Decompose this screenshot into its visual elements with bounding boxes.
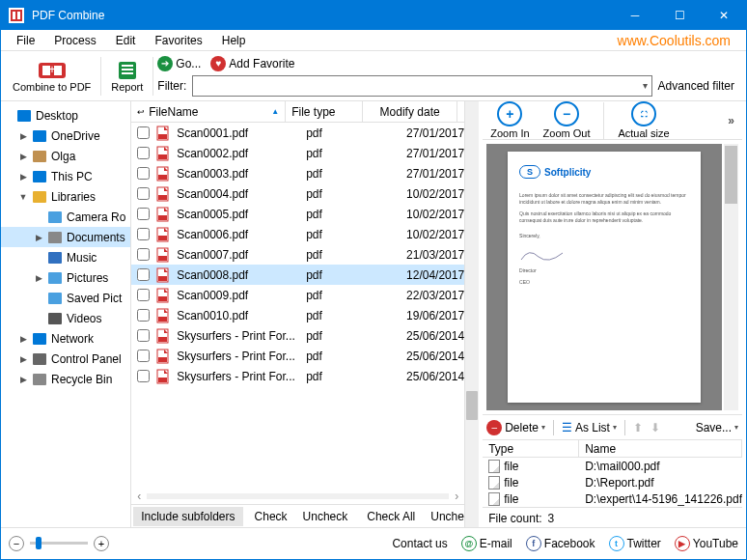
menu-edit[interactable]: Edit (106, 32, 146, 49)
queue-row[interactable]: fileD:\mail000.pdf (483, 458, 742, 474)
expand-icon[interactable]: ▶ (18, 375, 28, 384)
menu-process[interactable]: Process (44, 32, 105, 49)
file-checkbox[interactable] (137, 208, 150, 220)
file-row[interactable]: Skysurfers - Print For...pdf25/06/2014 (131, 325, 464, 346)
file-row[interactable]: Scan0008.pdfpdf12/04/2017 (131, 265, 464, 285)
expand-icon[interactable]: ▶ (18, 152, 28, 161)
go-button[interactable]: ➔Go... (157, 56, 201, 71)
tree-item-libraries[interactable]: ▼Libraries (1, 186, 130, 207)
tree-item-this-pc[interactable]: ▶This PC (1, 166, 130, 186)
expand-icon[interactable]: ▶ (18, 172, 28, 182)
zoom-minus-icon[interactable]: − (9, 536, 24, 551)
minimize-button[interactable]: ─ (613, 1, 657, 30)
file-checkbox[interactable] (137, 350, 150, 362)
queue-row[interactable]: fileD:\Report.pdf (483, 474, 742, 490)
file-checkbox[interactable] (137, 187, 150, 200)
advanced-filter-link[interactable]: Advanced filter (658, 79, 740, 93)
add-favorite-button[interactable]: ♥Add Favorite (210, 56, 294, 71)
queue-col-type[interactable]: Type (483, 440, 579, 457)
file-row[interactable]: Scan0001.pdfpdf27/01/2017 (131, 123, 464, 143)
expand-icon[interactable]: ▶ (34, 273, 43, 283)
file-row[interactable]: Scan0006.pdfpdf10/02/2017 (131, 224, 464, 244)
tree-item-videos[interactable]: Videos (1, 308, 130, 328)
expand-icon[interactable]: ▶ (18, 354, 28, 364)
chevron-down-icon[interactable]: ▾ (643, 80, 648, 91)
tree-item-control-panel[interactable]: ▶Control Panel (1, 349, 130, 369)
actual-size-button[interactable]: ⛶Actual size (618, 101, 669, 139)
brand-link[interactable]: www.Coolutils.com (608, 31, 740, 50)
zoom-plus-icon[interactable]: + (94, 536, 109, 551)
tree-item-camera-ro[interactable]: Camera Ro (1, 207, 130, 227)
down-icon[interactable]: ⬇ (650, 421, 660, 434)
file-checkbox[interactable] (137, 268, 150, 281)
column-modifydate[interactable]: Modify date (363, 101, 457, 122)
uncheck-button[interactable]: Uncheck (295, 507, 356, 526)
email-link[interactable]: @E-mail (461, 536, 512, 551)
file-checkbox[interactable] (137, 289, 150, 301)
combine-button[interactable]: + Combine to PDF (7, 60, 97, 93)
file-row[interactable]: Scan0003.pdfpdf27/01/2017 (131, 163, 464, 183)
titlebar[interactable]: PDF Combine ─ ☐ ✕ (1, 1, 746, 30)
tree-item-recycle-bin[interactable]: ▶Recycle Bin (1, 369, 130, 389)
up-icon[interactable]: ⬆ (633, 421, 643, 434)
expand-icon[interactable]: ▶ (18, 131, 28, 141)
tree-item-onedrive[interactable]: ▶OneDrive (1, 126, 130, 146)
include-subfolders-button[interactable]: Include subfolders (133, 507, 242, 526)
file-row[interactable]: Scan0005.pdfpdf10/02/2017 (131, 204, 464, 224)
file-row[interactable]: Skysurfers - Print For...pdf25/06/2014 (131, 346, 464, 366)
file-checkbox[interactable] (137, 167, 150, 180)
tree-item-desktop[interactable]: Desktop (1, 105, 130, 126)
file-row[interactable]: Scan0007.pdfpdf21/03/2017 (131, 244, 464, 265)
expand-icon[interactable]: ▶ (34, 233, 43, 242)
file-checkbox[interactable] (137, 309, 150, 322)
close-button[interactable]: ✕ (702, 1, 746, 30)
expand-icon[interactable]: ▼ (18, 192, 28, 202)
column-filetype[interactable]: File type (286, 101, 363, 122)
tree-item-music[interactable]: Music (1, 247, 130, 267)
maximize-button[interactable]: ☐ (657, 1, 702, 30)
tree-item-documents[interactable]: ▶Documents (1, 227, 130, 247)
queue-col-name[interactable]: Name (579, 440, 742, 457)
twitter-link[interactable]: tTwitter (609, 536, 661, 551)
queue-row[interactable]: fileD:\expert\14-5196_141226.pdf (483, 490, 742, 507)
column-filename[interactable]: ↩FileName▲ (131, 101, 286, 122)
as-list-button[interactable]: ☰As List▾ (562, 421, 617, 434)
youtube-link[interactable]: ▶YouTube (675, 536, 738, 551)
zoom-track[interactable] (30, 542, 88, 545)
tree-item-olga[interactable]: ▶Olga (1, 146, 130, 166)
file-row[interactable]: Scan0010.pdfpdf19/06/2017 (131, 305, 464, 325)
preview-vscrollbar[interactable] (724, 144, 738, 410)
expand-icon[interactable]: ▶ (18, 334, 28, 344)
facebook-link[interactable]: fFacebook (526, 536, 595, 551)
tree-item-saved-pict[interactable]: Saved Pict (1, 288, 130, 308)
delete-button[interactable]: –Delete▾ (486, 420, 545, 435)
file-row[interactable]: Scan0004.pdfpdf10/02/2017 (131, 183, 464, 204)
file-row[interactable]: Skysurfers - Print For...pdf25/06/2014 (131, 366, 464, 386)
filter-input[interactable]: ▾ (192, 75, 651, 97)
more-icon[interactable]: » (728, 114, 734, 127)
menu-favorites[interactable]: Favorites (145, 32, 211, 49)
file-list-vscrollbar[interactable] (465, 101, 479, 527)
zoom-slider[interactable]: − + (9, 536, 109, 551)
zoom-out-button[interactable]: −Zoom Out (543, 101, 591, 139)
zoom-in-button[interactable]: +Zoom In (490, 101, 529, 139)
preview-page[interactable]: SSoftplicity Lorem ipsum dolor sit amet … (486, 144, 722, 410)
check-button[interactable]: Check (247, 507, 295, 526)
zoom-thumb[interactable] (36, 537, 42, 549)
check-all-button[interactable]: Check All (359, 507, 423, 526)
menu-help[interactable]: Help (212, 32, 256, 49)
tree-item-pictures[interactable]: ▶Pictures (1, 267, 130, 288)
tree-item-network[interactable]: ▶Network (1, 328, 130, 349)
menu-file[interactable]: File (7, 32, 44, 49)
file-checkbox[interactable] (137, 329, 150, 342)
file-row[interactable]: Scan0009.pdfpdf22/03/2017 (131, 285, 464, 305)
horizontal-scrollbar[interactable]: ‹› (131, 489, 464, 504)
file-checkbox[interactable] (137, 126, 150, 139)
file-checkbox[interactable] (137, 228, 150, 240)
file-checkbox[interactable] (137, 248, 150, 261)
contact-link[interactable]: Contact us (392, 537, 447, 550)
save-button[interactable]: Save...▾ (696, 421, 738, 434)
file-checkbox[interactable] (137, 370, 150, 382)
file-row[interactable]: Scan0002.pdfpdf27/01/2017 (131, 143, 464, 163)
file-checkbox[interactable] (137, 147, 150, 159)
